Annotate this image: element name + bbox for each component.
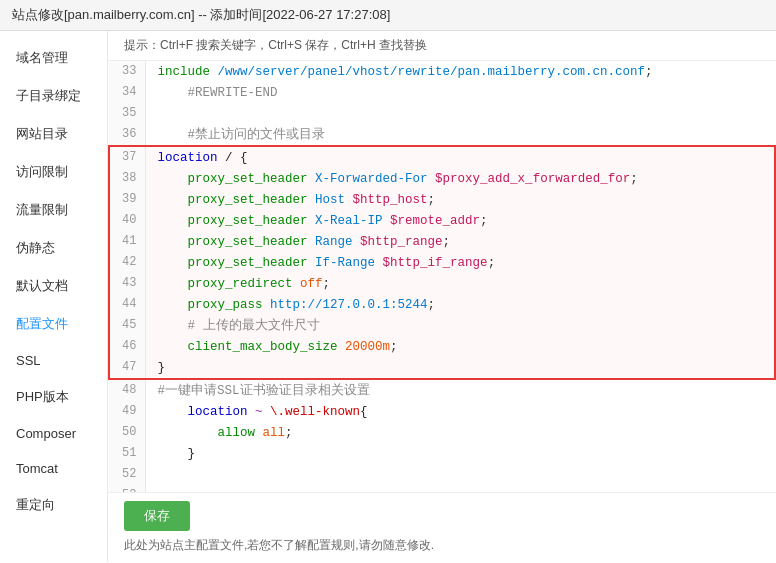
line-content: proxy_set_header Host $http_host; [145, 189, 775, 210]
table-row: 40 proxy_set_header X-Real-IP $remote_ad… [109, 210, 775, 231]
save-button[interactable]: 保存 [124, 501, 190, 531]
sidebar-item-config[interactable]: 配置文件 [0, 305, 107, 343]
line-number: 38 [109, 168, 145, 189]
line-content: include /www/server/panel/vhost/rewrite/… [145, 61, 775, 82]
sidebar-item-traffic[interactable]: 流量限制 [0, 191, 107, 229]
sidebar-item-domain[interactable]: 域名管理 [0, 39, 107, 77]
sidebar: 域名管理 子目录绑定 网站目录 访问限制 流量限制 伪静态 默认文档 配置文件 … [0, 31, 108, 562]
line-content: } [145, 357, 775, 379]
line-content: location ~ \.well-known{ [145, 401, 775, 422]
table-row: 39 proxy_set_header Host $http_host; [109, 189, 775, 210]
line-content: proxy_set_header X-Real-IP $remote_addr; [145, 210, 775, 231]
line-number: 47 [109, 357, 145, 379]
table-row: 41 proxy_set_header Range $http_range; [109, 231, 775, 252]
sidebar-item-rewrite[interactable]: 伪静态 [0, 229, 107, 267]
line-content: client_max_body_size 20000m; [145, 336, 775, 357]
table-row: 46 client_max_body_size 20000m; [109, 336, 775, 357]
line-number: 49 [109, 401, 145, 422]
line-content: #一键申请SSL证书验证目录相关设置 [145, 379, 775, 401]
line-number: 42 [109, 252, 145, 273]
table-row: 52 [109, 464, 775, 485]
line-number: 43 [109, 273, 145, 294]
code-lines: 33 include /www/server/panel/vhost/rewri… [108, 61, 776, 492]
line-content: #REWRITE-END [145, 82, 775, 103]
table-row: 44 proxy_pass http://127.0.0.1:5244; [109, 294, 775, 315]
table-row: 47 } [109, 357, 775, 379]
sidebar-item-access[interactable]: 访问限制 [0, 153, 107, 191]
line-content: proxy_set_header If-Range $http_if_range… [145, 252, 775, 273]
line-number: 48 [109, 379, 145, 401]
page-title: 站点修改[pan.mailberry.com.cn] -- 添加时间[2022-… [12, 7, 390, 22]
line-number: 39 [109, 189, 145, 210]
table-row: 45 # 上传的最大文件尺寸 [109, 315, 775, 336]
table-row: 37 location / { [109, 146, 775, 168]
line-number: 36 [109, 124, 145, 146]
sidebar-item-composer[interactable]: Composer [0, 416, 107, 451]
line-number: 35 [109, 103, 145, 124]
sidebar-item-ssl[interactable]: SSL [0, 343, 107, 378]
line-number: 33 [109, 61, 145, 82]
line-number: 51 [109, 443, 145, 464]
table-row: 42 proxy_set_header If-Range $http_if_ra… [109, 252, 775, 273]
table-row: 50 allow all; [109, 422, 775, 443]
layout: 域名管理 子目录绑定 网站目录 访问限制 流量限制 伪静态 默认文档 配置文件 … [0, 31, 776, 562]
table-row: 35 [109, 103, 775, 124]
footer-note: 此处为站点主配置文件,若您不了解配置规则,请勿随意修改. [124, 537, 760, 554]
sidebar-item-tomcat[interactable]: Tomcat [0, 451, 107, 486]
table-row: 51 } [109, 443, 775, 464]
line-number: 46 [109, 336, 145, 357]
sidebar-item-subdir[interactable]: 子目录绑定 [0, 77, 107, 115]
hint-bar: 提示：Ctrl+F 搜索关键字，Ctrl+S 保存，Ctrl+H 查找替换 [108, 31, 776, 61]
table-row: 33 include /www/server/panel/vhost/rewri… [109, 61, 775, 82]
hint-text: 提示：Ctrl+F 搜索关键字，Ctrl+S 保存，Ctrl+H 查找替换 [124, 38, 427, 52]
line-number: 37 [109, 146, 145, 168]
line-number: 53 [109, 485, 145, 492]
code-editor[interactable]: 33 include /www/server/panel/vhost/rewri… [108, 61, 776, 492]
line-number: 40 [109, 210, 145, 231]
line-content: proxy_pass http://127.0.0.1:5244; [145, 294, 775, 315]
line-content [145, 485, 775, 492]
line-number: 41 [109, 231, 145, 252]
line-content: } [145, 443, 775, 464]
line-content: location / { [145, 146, 775, 168]
table-row: 53 [109, 485, 775, 492]
footer: 保存 此处为站点主配置文件,若您不了解配置规则,请勿随意修改. [108, 492, 776, 562]
line-content: #禁止访问的文件或目录 [145, 124, 775, 146]
sidebar-item-default-doc[interactable]: 默认文档 [0, 267, 107, 305]
line-number: 34 [109, 82, 145, 103]
table-row: 43 proxy_redirect off; [109, 273, 775, 294]
table-row: 36 #禁止访问的文件或目录 [109, 124, 775, 146]
line-content [145, 103, 775, 124]
sidebar-item-webdir[interactable]: 网站目录 [0, 115, 107, 153]
line-content [145, 464, 775, 485]
main-content: 提示：Ctrl+F 搜索关键字，Ctrl+S 保存，Ctrl+H 查找替换 33… [108, 31, 776, 562]
line-content: allow all; [145, 422, 775, 443]
table-row: 34 #REWRITE-END [109, 82, 775, 103]
title-bar: 站点修改[pan.mailberry.com.cn] -- 添加时间[2022-… [0, 0, 776, 31]
line-number: 50 [109, 422, 145, 443]
line-content: proxy_set_header Range $http_range; [145, 231, 775, 252]
table-row: 48 #一键申请SSL证书验证目录相关设置 [109, 379, 775, 401]
table-row: 49 location ~ \.well-known{ [109, 401, 775, 422]
line-number: 45 [109, 315, 145, 336]
line-content: proxy_redirect off; [145, 273, 775, 294]
sidebar-item-redirect[interactable]: 重定向 [0, 486, 107, 524]
line-number: 52 [109, 464, 145, 485]
line-number: 44 [109, 294, 145, 315]
sidebar-item-php[interactable]: PHP版本 [0, 378, 107, 416]
table-row: 38 proxy_set_header X-Forwarded-For $pro… [109, 168, 775, 189]
line-content: proxy_set_header X-Forwarded-For $proxy_… [145, 168, 775, 189]
line-content: # 上传的最大文件尺寸 [145, 315, 775, 336]
